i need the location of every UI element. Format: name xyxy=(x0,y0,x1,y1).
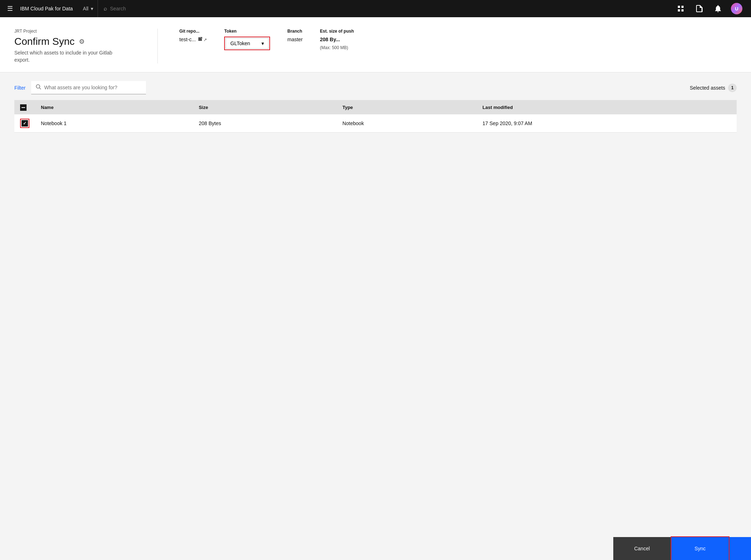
est-size-label: Est. size of push xyxy=(320,29,354,34)
selected-assets-label: Selected assets xyxy=(690,85,725,91)
th-checkbox xyxy=(14,100,35,114)
sync-button-highlighted: Sync xyxy=(671,536,729,560)
sync-button[interactable]: Sync xyxy=(671,537,729,560)
table-row: Notebook 1 208 Bytes Notebook 17 Sep 202… xyxy=(14,114,737,133)
svg-rect-0 xyxy=(678,6,680,8)
svg-rect-1 xyxy=(681,6,684,8)
token-chevron-icon: ▾ xyxy=(261,41,264,46)
search-wrapper: ⌕ xyxy=(104,5,319,12)
est-size-max: (Max: 500 MB) xyxy=(320,45,354,50)
notification-icon-button[interactable] xyxy=(709,0,727,17)
page-subtitle: Select which assets to include in your G… xyxy=(14,49,122,63)
title-row: Confirm Sync ⚙ xyxy=(14,36,143,47)
row-checkbox[interactable] xyxy=(22,120,28,127)
cancel-button[interactable]: Cancel xyxy=(613,537,671,560)
footer-bar: Cancel Sync xyxy=(0,537,751,560)
branch-label: Branch xyxy=(287,29,303,34)
th-name: Name xyxy=(35,100,193,114)
search-input[interactable] xyxy=(110,6,319,11)
branch-value: master xyxy=(287,37,303,42)
assets-table: Name Size Type Last modified Notebook 1 … xyxy=(14,100,737,133)
scope-label: All xyxy=(83,6,89,11)
token-select-highlighted: GLToken ▾ xyxy=(224,37,270,50)
filter-button[interactable]: Filter xyxy=(14,85,25,91)
token-value: GLToken xyxy=(230,41,250,46)
td-size: 208 Bytes xyxy=(193,114,337,133)
th-type: Type xyxy=(337,100,477,114)
td-last-modified: 17 Sep 2020, 9:07 AM xyxy=(477,114,737,133)
select-all-checkbox[interactable] xyxy=(20,104,27,111)
td-type: Notebook xyxy=(337,114,477,133)
page-header: JRT Project Confirm Sync ⚙ Select which … xyxy=(0,17,751,72)
asset-search-input[interactable] xyxy=(44,85,142,90)
filter-search-row: Filter Selected assets 1 xyxy=(14,81,737,94)
table-header-row: Name Size Type Last modified xyxy=(14,100,737,114)
est-size-value: 208 By... xyxy=(320,37,354,42)
document-icon-button[interactable] xyxy=(691,0,708,17)
td-checkbox xyxy=(14,114,35,133)
repo-link[interactable]: test-c... ↗ xyxy=(179,37,207,42)
selected-count-badge: 1 xyxy=(728,84,737,92)
body-area: Filter Selected assets 1 Name Size Type … xyxy=(0,72,751,141)
apps-icon-button[interactable] xyxy=(672,0,689,17)
asset-name: Notebook 1 xyxy=(41,120,67,126)
footer-blue-extension xyxy=(729,537,751,560)
svg-line-5 xyxy=(39,88,41,89)
avatar: U xyxy=(731,3,742,14)
project-label: JRT Project xyxy=(14,29,143,34)
external-link-icon: ↗ xyxy=(198,37,207,42)
branch-meta: Branch master xyxy=(287,29,303,42)
token-select[interactable]: GLToken ▾ xyxy=(226,38,269,49)
th-size: Size xyxy=(193,100,337,114)
avatar-initials: U xyxy=(735,6,738,11)
token-label: Token xyxy=(224,29,270,34)
topnav-right-actions: U xyxy=(672,0,745,17)
search-icon: ⌕ xyxy=(104,5,107,12)
user-avatar[interactable]: U xyxy=(728,0,745,17)
th-last-modified: Last modified xyxy=(477,100,737,114)
repo-value: test-c... xyxy=(179,37,196,42)
token-meta: Token GLToken ▾ xyxy=(224,29,270,50)
table-header: Name Size Type Last modified xyxy=(14,100,737,114)
row-checkbox-highlighted xyxy=(20,119,29,128)
settings-gear-icon[interactable]: ⚙ xyxy=(79,38,85,46)
est-size-meta: Est. size of push 208 By... (Max: 500 MB… xyxy=(320,29,354,50)
svg-rect-2 xyxy=(678,9,680,11)
git-repo-meta: Git repo... test-c... ↗ xyxy=(179,29,207,42)
table-body: Notebook 1 208 Bytes Notebook 17 Sep 202… xyxy=(14,114,737,133)
top-navigation: ☰ IBM Cloud Pak for Data All ▾ ⌕ U xyxy=(0,0,751,17)
git-repo-label: Git repo... xyxy=(179,29,207,34)
svg-point-4 xyxy=(36,85,40,88)
search-box-icon xyxy=(36,84,41,91)
header-meta: Git repo... test-c... ↗ Token GLToken ▾ xyxy=(158,29,737,50)
scope-select[interactable]: All ▾ xyxy=(79,0,98,17)
td-name: Notebook 1 xyxy=(35,114,193,133)
asset-search-box xyxy=(31,81,146,94)
hamburger-menu-icon[interactable]: ☰ xyxy=(6,3,14,14)
page-title: Confirm Sync xyxy=(14,36,75,47)
header-content: JRT Project Confirm Sync ⚙ Select which … xyxy=(14,29,737,63)
svg-rect-3 xyxy=(681,9,684,11)
scope-chevron-icon: ▾ xyxy=(91,6,93,11)
app-brand: IBM Cloud Pak for Data xyxy=(20,6,73,11)
selected-assets-badge: Selected assets 1 xyxy=(690,84,737,92)
left-section: JRT Project Confirm Sync ⚙ Select which … xyxy=(14,29,158,63)
